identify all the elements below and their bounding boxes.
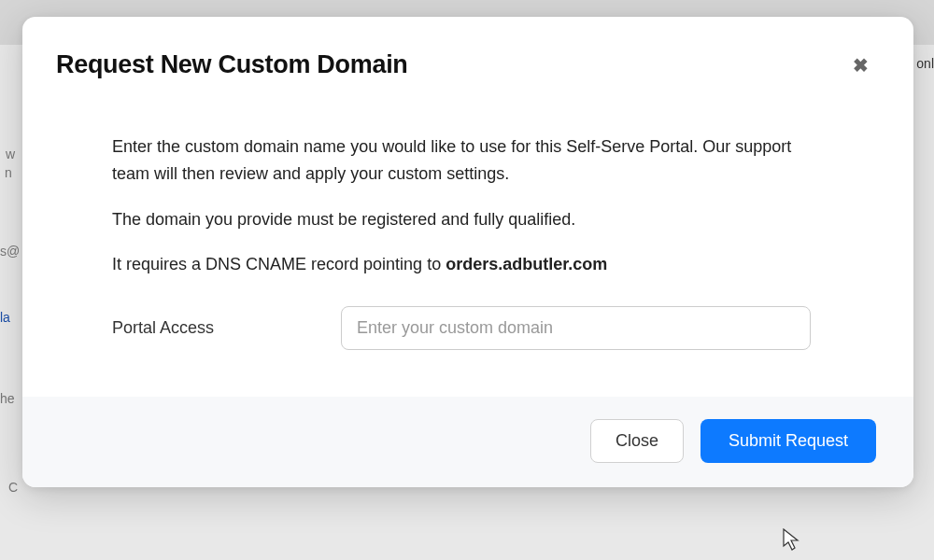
portal-access-label: Portal Access — [112, 318, 341, 338]
bg-text: w — [6, 147, 15, 161]
modal-title: Request New Custom Domain — [56, 50, 408, 79]
portal-access-row: Portal Access — [112, 306, 811, 350]
bg-text: n — [5, 165, 12, 180]
bg-text: la — [0, 310, 10, 325]
submit-request-button[interactable]: Submit Request — [700, 419, 876, 463]
bg-text: onl — [916, 56, 934, 71]
request-custom-domain-modal: Request New Custom Domain ✖ Enter the cu… — [22, 17, 913, 487]
instructions-text-3: It requires a DNS CNAME record pointing … — [112, 251, 811, 278]
instructions-text-1: Enter the custom domain name you would l… — [112, 133, 811, 188]
dns-target: orders.adbutler.com — [446, 255, 607, 273]
instructions-text-2: The domain you provide must be registere… — [112, 206, 811, 233]
close-button[interactable]: Close — [590, 419, 684, 463]
bg-text: s@ — [0, 244, 20, 259]
bg-text: C — [8, 480, 18, 495]
custom-domain-input[interactable] — [341, 306, 811, 350]
modal-body: Enter the custom domain name you would l… — [22, 89, 913, 397]
modal-footer: Close Submit Request — [22, 397, 913, 487]
modal-header: Request New Custom Domain ✖ — [22, 17, 913, 89]
bg-text: he — [0, 391, 15, 406]
close-icon[interactable]: ✖ — [853, 56, 869, 75]
dns-prefix: It requires a DNS CNAME record pointing … — [112, 255, 446, 273]
